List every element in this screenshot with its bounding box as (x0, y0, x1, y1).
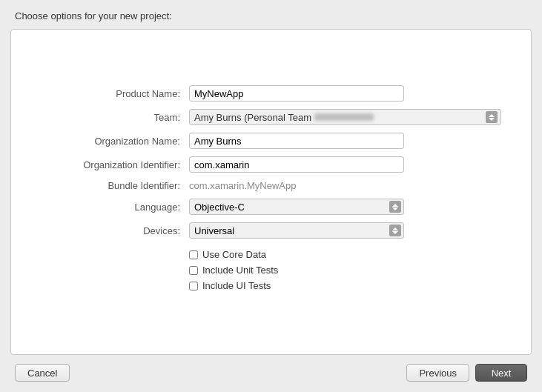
language-select[interactable]: Objective-C Swift (189, 199, 404, 215)
previous-button[interactable]: Previous (406, 364, 469, 382)
checkboxes-container: Use Core Data Include Unit Tests Include… (189, 249, 278, 291)
bundle-id-value: com.xamarin.MyNewApp (189, 180, 297, 191)
org-id-input[interactable] (189, 156, 404, 173)
language-select-wrapper: Objective-C Swift (189, 199, 404, 215)
bundle-id-label: Bundle Identifier: (41, 180, 189, 191)
next-button[interactable]: Next (475, 364, 527, 382)
use-core-data-item[interactable]: Use Core Data (189, 249, 278, 260)
header-title: Choose options for your new project: (15, 10, 172, 21)
use-core-data-label: Use Core Data (202, 249, 266, 260)
team-dropdown-arrow (486, 111, 498, 123)
include-ui-tests-item[interactable]: Include UI Tests (189, 280, 278, 291)
product-name-label: Product Name: (41, 88, 189, 99)
team-id-blur (314, 113, 374, 121)
include-unit-tests-item[interactable]: Include Unit Tests (189, 265, 278, 276)
include-unit-tests-label: Include Unit Tests (202, 265, 278, 276)
include-unit-tests-checkbox[interactable] (189, 266, 198, 275)
use-core-data-checkbox[interactable] (189, 250, 198, 259)
devices-label: Devices: (41, 225, 189, 236)
product-name-input[interactable] (189, 85, 404, 102)
team-label: Team: (41, 112, 189, 123)
team-name-text: Amy Burns (Personal Team (194, 112, 311, 123)
cancel-button[interactable]: Cancel (15, 364, 70, 382)
org-name-label: Organization Name: (41, 136, 189, 147)
team-select[interactable]: Amy Burns (Personal Team (189, 109, 501, 125)
org-id-label: Organization Identifier: (41, 159, 189, 170)
org-name-input[interactable] (189, 133, 404, 149)
language-label: Language: (41, 202, 189, 213)
footer-right-buttons: Previous Next (406, 364, 527, 382)
devices-select-wrapper: Universal iPhone iPad (189, 222, 404, 239)
devices-select[interactable]: Universal iPhone iPad (189, 222, 404, 239)
include-ui-tests-label: Include UI Tests (202, 280, 271, 291)
include-ui-tests-checkbox[interactable] (189, 282, 198, 290)
